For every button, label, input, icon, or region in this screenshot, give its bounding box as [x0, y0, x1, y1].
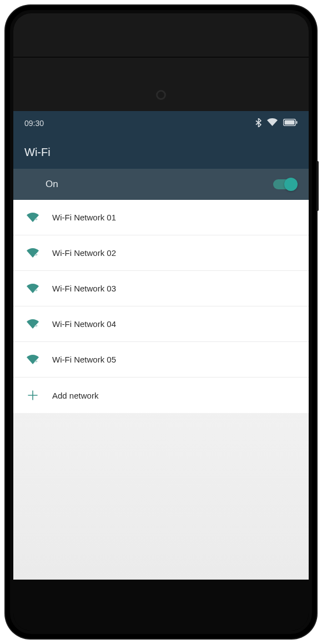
add-network-label: Add network	[52, 391, 98, 400]
wifi-signal-icon	[24, 354, 41, 365]
wifi-toggle-row[interactable]: On	[13, 169, 309, 200]
bezel-divider	[13, 57, 309, 58]
phone-top-bezel	[13, 13, 309, 111]
phone-frame: 09:30	[6, 6, 316, 638]
header: Wi-Fi	[13, 135, 309, 169]
network-item[interactable]: Wi-Fi Network 02	[13, 235, 309, 271]
network-name: Wi-Fi Network 01	[52, 213, 116, 222]
network-item[interactable]: Wi-Fi Network 04	[13, 306, 309, 342]
network-item[interactable]: Wi-Fi Network 05	[13, 342, 309, 378]
status-bar: 09:30	[13, 111, 309, 135]
network-name: Wi-Fi Network 05	[52, 355, 116, 364]
wifi-signal-icon	[24, 248, 41, 258]
status-icons	[255, 118, 298, 129]
bluetooth-icon	[255, 118, 261, 129]
page-title: Wi-Fi	[24, 146, 51, 159]
phone-side-button	[316, 161, 319, 211]
status-time: 09:30	[24, 119, 44, 128]
phone-inner: 09:30	[10, 10, 312, 634]
network-list: Wi-Fi Network 01 Wi-Fi Network 02 Wi-Fi …	[13, 200, 309, 580]
screen: 09:30	[13, 111, 309, 580]
network-name: Wi-Fi Network 03	[52, 284, 116, 293]
wifi-status-icon	[267, 118, 278, 128]
svg-rect-2	[296, 121, 298, 124]
plus-icon	[24, 390, 41, 400]
network-name: Wi-Fi Network 02	[52, 248, 116, 258]
svg-rect-1	[285, 120, 295, 125]
add-network-button[interactable]: Add network	[13, 378, 309, 413]
network-item[interactable]: Wi-Fi Network 01	[13, 200, 309, 235]
wifi-toggle-label: On	[46, 179, 58, 190]
network-item[interactable]: Wi-Fi Network 03	[13, 271, 309, 306]
switch-thumb	[284, 178, 298, 191]
battery-icon	[283, 119, 298, 128]
network-name: Wi-Fi Network 04	[52, 319, 116, 329]
wifi-signal-icon	[24, 212, 41, 223]
wifi-signal-icon	[24, 283, 41, 294]
phone-bottom-bezel	[13, 580, 309, 631]
wifi-toggle-switch[interactable]	[273, 179, 296, 189]
camera-icon	[156, 90, 166, 100]
wifi-signal-icon	[24, 319, 41, 329]
